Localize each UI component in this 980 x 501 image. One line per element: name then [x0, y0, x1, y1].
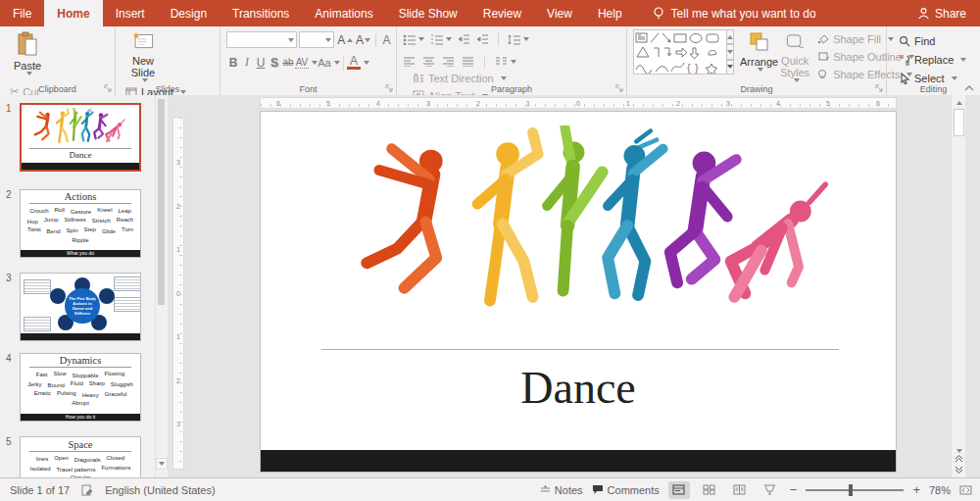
paragraph-dialog-launcher-icon[interactable]	[615, 84, 624, 93]
tab-file[interactable]: File	[0, 0, 44, 26]
slide-2-thumbnail[interactable]: Actions CrouchRoll GestureKneel LeapHop …	[20, 189, 141, 258]
thumbnail-scrollbar-thumb[interactable]	[158, 99, 165, 305]
font-name-combo[interactable]	[226, 31, 297, 48]
thumb1-divider	[29, 148, 130, 149]
increase-indent-icon[interactable]	[476, 34, 489, 45]
titlebar-spacer	[816, 0, 904, 26]
slide-footer-bar[interactable]	[261, 450, 896, 472]
strikethrough-button[interactable]: ab	[281, 57, 295, 68]
justify-icon[interactable]	[462, 57, 474, 67]
shapes-more-button[interactable]	[727, 60, 734, 75]
slide-canvas[interactable]: Dance	[260, 111, 897, 473]
bold-button[interactable]: B	[226, 56, 240, 70]
share-button[interactable]: Share	[904, 0, 980, 26]
slide-sorter-view-button[interactable]	[699, 481, 720, 499]
italic-button[interactable]: I	[240, 55, 254, 70]
zoom-slider-thumb[interactable]	[849, 484, 853, 496]
shrink-font-button[interactable]: A	[355, 33, 366, 47]
collapse-ribbon-button[interactable]	[963, 84, 975, 92]
slide-3-number: 3	[6, 273, 12, 283]
font-separator-2	[343, 56, 344, 70]
slide-title[interactable]: Dance	[261, 362, 896, 414]
decrease-indent-icon[interactable]	[458, 34, 470, 45]
language-indicator[interactable]: English (United States)	[105, 484, 216, 496]
shapes-scroll-up[interactable]	[727, 29, 734, 44]
zoom-slider[interactable]	[806, 489, 904, 491]
shapes-gallery[interactable]: { }	[633, 29, 727, 75]
new-slide-button[interactable]: New Slide	[122, 29, 165, 82]
replace-caret	[960, 58, 966, 62]
tab-design[interactable]: Design	[158, 0, 220, 26]
tab-animations[interactable]: Animations	[302, 0, 385, 26]
align-left-icon[interactable]	[403, 57, 416, 67]
zoom-out-button[interactable]: −	[790, 482, 798, 497]
font-size-combo[interactable]	[299, 31, 333, 48]
paste-label: Paste	[14, 60, 41, 72]
shapes-scroll-down[interactable]	[727, 44, 734, 59]
select-caret	[952, 76, 957, 80]
text-direction-button[interactable]: Text Direction	[413, 71, 536, 85]
line-spacing-icon[interactable]	[508, 34, 521, 45]
tab-slide-show[interactable]: Slide Show	[386, 0, 470, 26]
shape-outline-icon	[817, 51, 829, 62]
character-spacing-button[interactable]: AV	[295, 57, 309, 69]
quick-styles-button[interactable]: Quick Styles	[778, 29, 811, 82]
workspace-scrollbar-thumb[interactable]	[954, 109, 964, 136]
clear-formatting-button[interactable]: A	[381, 33, 392, 47]
normal-view-button[interactable]	[668, 481, 690, 499]
slide-5-thumbnail[interactable]: Space linesOpen DiagonalsClosed Isolated…	[20, 436, 141, 477]
slide-3-thumbnail[interactable]: The Five Body Actions in Dance and Still…	[20, 273, 141, 341]
tab-help[interactable]: Help	[585, 0, 635, 26]
thumb1-title: Dance	[22, 150, 139, 160]
tab-view[interactable]: View	[534, 0, 585, 26]
next-slide-button[interactable]	[953, 464, 965, 476]
shapes-scrollbar	[727, 29, 734, 75]
tab-insert[interactable]: Insert	[103, 0, 158, 26]
comments-button[interactable]: Comments	[592, 482, 660, 497]
zoom-level[interactable]: 78%	[929, 484, 951, 496]
columns-icon[interactable]	[495, 57, 508, 67]
tab-home[interactable]: Home	[44, 0, 102, 26]
find-button[interactable]: Find	[899, 33, 966, 48]
dancers-image[interactable]	[349, 125, 849, 326]
change-case-caret	[334, 61, 340, 65]
font-dialog-launcher-icon[interactable]	[385, 84, 394, 93]
clipboard-dialog-launcher-icon[interactable]	[104, 84, 113, 93]
replace-button[interactable]: Replace	[899, 52, 966, 67]
tab-transitions[interactable]: Transitions	[220, 0, 302, 26]
underline-button[interactable]: U	[254, 56, 268, 70]
drawing-dialog-launcher-icon[interactable]	[875, 84, 884, 93]
slide-thumbnail-panel: 1 Dance 2 Actions CrouchRoll GestureKnee…	[0, 95, 155, 477]
slide-1-thumbnail[interactable]: Dance	[20, 103, 141, 172]
paste-button[interactable]: Paste	[6, 29, 49, 82]
text-direction-icon	[413, 73, 424, 83]
workspace-scrollbar[interactable]	[951, 95, 965, 477]
font-color-button[interactable]: A	[347, 56, 361, 70]
accessibility-check-icon[interactable]	[81, 484, 93, 496]
numbering-icon[interactable]	[430, 34, 444, 45]
tab-review[interactable]: Review	[470, 0, 534, 26]
lightbulb-icon	[653, 7, 664, 21]
slide-counter[interactable]: Slide 1 of 17	[10, 484, 70, 496]
thumb2-title: Actions	[21, 191, 140, 202]
select-button[interactable]: Select	[899, 71, 966, 85]
brace-left-glyph: {	[687, 62, 691, 74]
zoom-in-button[interactable]: +	[912, 482, 920, 497]
arrange-button[interactable]: Arrange	[740, 29, 778, 82]
select-label: Select	[914, 73, 945, 84]
reading-view-button[interactable]	[729, 481, 751, 499]
slide-5-number: 5	[6, 436, 12, 447]
bullets-icon[interactable]	[403, 34, 416, 45]
text-shadow-button[interactable]: S	[268, 56, 281, 70]
fit-slide-to-window-icon[interactable]	[959, 484, 972, 496]
grow-font-button[interactable]: A	[336, 33, 347, 47]
scroll-up-button[interactable]	[953, 96, 965, 109]
align-right-icon[interactable]	[442, 57, 455, 67]
slide-4-thumbnail[interactable]: Dynamics FastSlow StoppableFlowing Jerky…	[20, 353, 141, 422]
align-center-icon[interactable]	[422, 57, 435, 67]
tell-me-box[interactable]: Tell me what you want to do	[653, 0, 816, 26]
search-icon	[899, 35, 910, 47]
slide-show-button[interactable]	[760, 481, 781, 499]
change-case-button[interactable]: Aa	[318, 57, 331, 69]
notes-button[interactable]: Notes	[540, 482, 583, 497]
